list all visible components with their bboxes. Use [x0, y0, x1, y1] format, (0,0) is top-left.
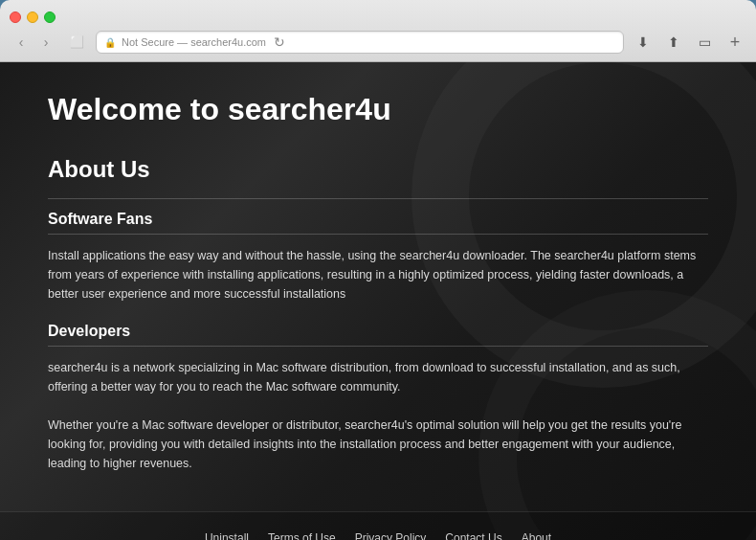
add-tab-icon: +: [730, 33, 741, 53]
page-content: Welcome to searcher4u About Us Software …: [0, 62, 756, 511]
tab-view-button[interactable]: ⬜: [63, 31, 90, 54]
footer-links: Uninstall Terms of Use Privacy Policy Co…: [48, 531, 708, 540]
new-tab-icon: ▭: [699, 34, 711, 50]
toolbar-icons: ⬇ ⬆ ▭: [630, 31, 718, 54]
share-button[interactable]: ⬆: [660, 31, 687, 54]
close-button[interactable]: [10, 11, 21, 23]
toolbar-row: ‹ › ⬜ 🔒 Not Secure — searcher4u.com ↻ ⬇ …: [10, 31, 746, 61]
lock-icon: 🔒: [104, 37, 116, 48]
browser-chrome: ‹ › ⬜ 🔒 Not Secure — searcher4u.com ↻ ⬇ …: [0, 0, 756, 62]
page-footer: Uninstall Terms of Use Privacy Policy Co…: [0, 511, 756, 540]
security-label: Not Secure — searcher4u.com: [122, 36, 266, 48]
software-fans-body: Install applications the easy way and wi…: [48, 246, 708, 304]
nav-buttons: ‹ ›: [10, 31, 57, 54]
new-tab-button[interactable]: ▭: [691, 31, 718, 54]
traffic-lights: [10, 8, 746, 31]
software-fans-section: Software Fans Install applications the e…: [48, 211, 708, 304]
back-button[interactable]: ‹: [10, 31, 33, 54]
add-tab-button[interactable]: +: [723, 31, 746, 54]
browser-window: ‹ › ⬜ 🔒 Not Secure — searcher4u.com ↻ ⬇ …: [0, 0, 756, 540]
forward-button[interactable]: ›: [34, 31, 57, 54]
browser-content: Welcome to searcher4u About Us Software …: [0, 62, 756, 540]
footer-link-uninstall[interactable]: Uninstall: [205, 531, 249, 540]
section-divider: [48, 198, 708, 199]
download-icon: ⬇: [637, 34, 649, 50]
tab-icon: ⬜: [70, 35, 84, 49]
maximize-button[interactable]: [44, 11, 56, 23]
developers-section: Developers searcher4u is a network speci…: [48, 323, 708, 473]
reload-button[interactable]: ↻: [272, 34, 287, 50]
footer-link-contact[interactable]: Contact Us: [445, 531, 501, 540]
footer-link-privacy[interactable]: Privacy Policy: [355, 531, 427, 540]
developers-divider: [48, 346, 708, 347]
about-us-title: About Us: [48, 156, 708, 183]
footer-link-terms[interactable]: Terms of Use: [268, 531, 336, 540]
forward-icon: ›: [44, 34, 49, 50]
page-hero-title: Welcome to searcher4u: [48, 91, 708, 127]
address-bar[interactable]: 🔒 Not Secure — searcher4u.com ↻: [96, 31, 624, 54]
download-button[interactable]: ⬇: [630, 31, 656, 54]
share-icon: ⬆: [668, 34, 679, 50]
back-icon: ‹: [19, 34, 24, 50]
developers-body-1: searcher4u is a network specializing in …: [48, 358, 708, 396]
developers-heading: Developers: [48, 323, 708, 340]
minimize-button[interactable]: [27, 11, 38, 23]
developers-body-2: Whether you're a Mac software developer …: [48, 416, 708, 473]
software-fans-divider: [48, 234, 708, 235]
software-fans-heading: Software Fans: [48, 211, 708, 228]
footer-link-about[interactable]: About: [522, 531, 551, 540]
